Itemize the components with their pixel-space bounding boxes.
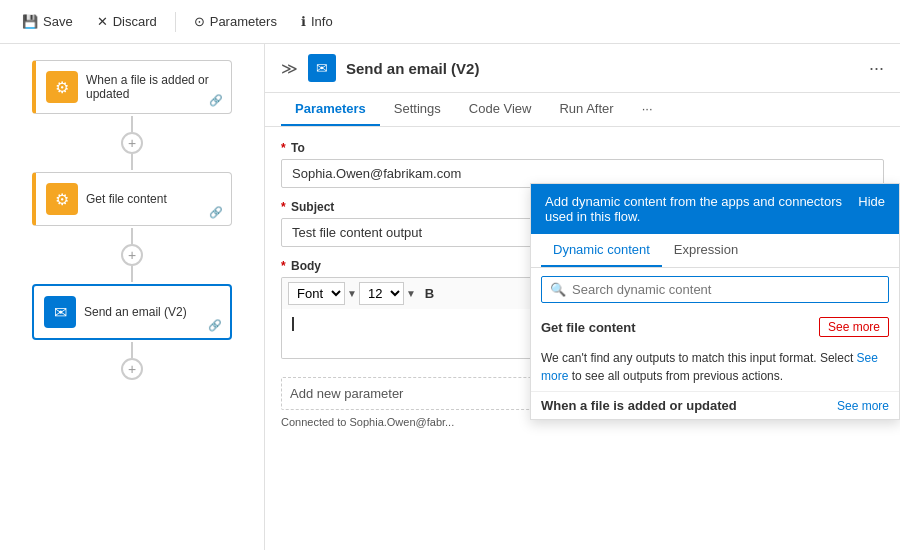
popup-section2-title: When a file is added or updated bbox=[541, 398, 737, 413]
tab-runafter[interactable]: Run After bbox=[545, 93, 627, 126]
connector-1: + bbox=[121, 116, 143, 170]
info-button[interactable]: ℹ Info bbox=[291, 10, 343, 33]
save-label: Save bbox=[43, 14, 73, 29]
rp-title: Send an email (V2) bbox=[346, 60, 859, 77]
sendemail-node[interactable]: ✉ Send an email (V2) 🔗 bbox=[32, 284, 232, 340]
discard-label: Discard bbox=[113, 14, 157, 29]
tab-codeview[interactable]: Code View bbox=[455, 93, 546, 126]
see-more-inline-link[interactable]: See more bbox=[541, 351, 878, 383]
dynamic-content-popup: Add dynamic content from the apps and co… bbox=[530, 183, 900, 420]
tab-parameters[interactable]: Parameters bbox=[281, 93, 380, 126]
see-more-button-1[interactable]: See more bbox=[819, 317, 889, 337]
font-select[interactable]: Font bbox=[288, 282, 345, 305]
connector-3: + bbox=[121, 342, 143, 380]
trigger-node[interactable]: ⚙ When a file is added or updated 🔗 bbox=[32, 60, 232, 114]
connector-line-2b bbox=[131, 266, 133, 282]
more-options-button[interactable]: ··· bbox=[869, 58, 884, 79]
left-panel: ⚙ When a file is added or updated 🔗 + ⚙ … bbox=[0, 44, 265, 550]
popup-message: We can't find any outputs to match this … bbox=[531, 343, 899, 391]
popup-search-container: 🔍 bbox=[541, 276, 889, 303]
trigger-link-icon: 🔗 bbox=[209, 94, 223, 107]
form-area: * To * Subject * Body Fon bbox=[265, 127, 900, 550]
tab-more[interactable]: ··· bbox=[628, 93, 667, 126]
trigger-node-title: When a file is added or updated bbox=[86, 73, 221, 101]
sendemail-node-icon: ✉ bbox=[44, 296, 76, 328]
connector-line-3 bbox=[131, 342, 133, 358]
discard-button[interactable]: ✕ Discard bbox=[87, 10, 167, 33]
popup-header: Add dynamic content from the apps and co… bbox=[531, 184, 899, 234]
add-step-2[interactable]: + bbox=[121, 244, 143, 266]
main-layout: ⚙ When a file is added or updated 🔗 + ⚙ … bbox=[0, 44, 900, 550]
save-button[interactable]: 💾 Save bbox=[12, 10, 83, 33]
sendemail-node-inner: ✉ Send an email (V2) bbox=[34, 286, 230, 338]
size-dropdown-icon: ▼ bbox=[406, 288, 416, 299]
popup-tab-bar: Dynamic content Expression bbox=[531, 234, 899, 268]
discard-icon: ✕ bbox=[97, 14, 108, 29]
tab-bar: Parameters Settings Code View Run After … bbox=[265, 93, 900, 127]
info-icon: ℹ bbox=[301, 14, 306, 29]
sendemail-link-icon: 🔗 bbox=[208, 319, 222, 332]
right-panel: ≫ ✉ Send an email (V2) ··· Parameters Se… bbox=[265, 44, 900, 550]
save-icon: 💾 bbox=[22, 14, 38, 29]
connector-line-1b bbox=[131, 154, 133, 170]
add-step-1[interactable]: + bbox=[121, 132, 143, 154]
rp-title-icon: ✉ bbox=[308, 54, 336, 82]
see-more-button-2[interactable]: See more bbox=[837, 399, 889, 413]
body-required: * bbox=[281, 259, 286, 273]
connector-2: + bbox=[121, 228, 143, 282]
subject-required: * bbox=[281, 200, 286, 214]
trigger-node-inner: ⚙ When a file is added or updated bbox=[36, 61, 231, 113]
font-size-select[interactable]: 12 bbox=[359, 282, 404, 305]
connector-line-1 bbox=[131, 116, 133, 132]
sendemail-node-title: Send an email (V2) bbox=[84, 305, 187, 319]
getfile-node-inner: ⚙ Get file content bbox=[36, 173, 231, 225]
rp-header: ≫ ✉ Send an email (V2) ··· bbox=[265, 44, 900, 93]
font-dropdown-icon: ▼ bbox=[347, 288, 357, 299]
to-field-group: * To bbox=[281, 141, 884, 188]
parameters-icon: ⊙ bbox=[194, 14, 205, 29]
collapse-button[interactable]: ≫ bbox=[281, 59, 298, 78]
popup-hide-button[interactable]: Hide bbox=[858, 194, 885, 209]
popup-tab-expression[interactable]: Expression bbox=[662, 234, 750, 267]
tab-settings[interactable]: Settings bbox=[380, 93, 455, 126]
to-required: * bbox=[281, 141, 286, 155]
popup-section2-header: When a file is added or updated See more bbox=[531, 391, 899, 419]
getfile-link-icon: 🔗 bbox=[209, 206, 223, 219]
connector-line-2 bbox=[131, 228, 133, 244]
toolbar: 💾 Save ✕ Discard ⊙ Parameters ℹ Info bbox=[0, 0, 900, 44]
toolbar-separator bbox=[175, 12, 176, 32]
getfile-node-icon: ⚙ bbox=[46, 183, 78, 215]
popup-tab-dynamic[interactable]: Dynamic content bbox=[541, 234, 662, 267]
add-step-3[interactable]: + bbox=[121, 358, 143, 380]
bold-button[interactable]: B bbox=[418, 283, 441, 304]
to-label: * To bbox=[281, 141, 884, 155]
dynamic-search-input[interactable] bbox=[572, 282, 880, 297]
text-cursor bbox=[292, 317, 294, 331]
search-icon: 🔍 bbox=[550, 282, 566, 297]
getfile-node[interactable]: ⚙ Get file content 🔗 bbox=[32, 172, 232, 226]
popup-header-text: Add dynamic content from the apps and co… bbox=[545, 194, 848, 224]
popup-section1-title: Get file content bbox=[541, 320, 636, 335]
parameters-button[interactable]: ⊙ Parameters bbox=[184, 10, 287, 33]
getfile-node-title: Get file content bbox=[86, 192, 167, 206]
trigger-node-icon: ⚙ bbox=[46, 71, 78, 103]
info-label: Info bbox=[311, 14, 333, 29]
popup-section1-header: Get file content See more bbox=[531, 311, 899, 343]
parameters-label: Parameters bbox=[210, 14, 277, 29]
